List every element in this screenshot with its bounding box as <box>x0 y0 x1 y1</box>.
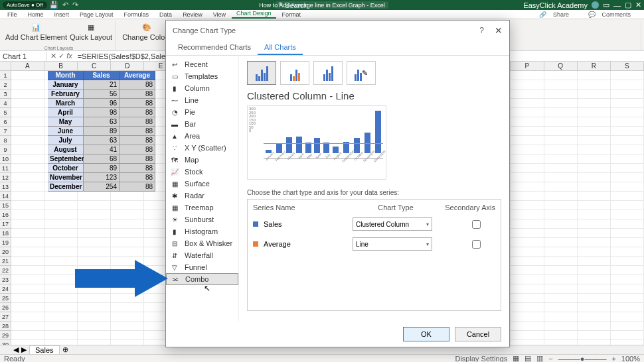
row-header[interactable]: 4 <box>0 99 11 108</box>
ok-button[interactable]: OK <box>403 327 449 341</box>
cat-pie[interactable]: ◔Pie <box>166 106 238 118</box>
subtype-custom[interactable]: ✎ <box>347 61 376 85</box>
redo-icon[interactable]: ↷ <box>72 1 78 9</box>
maximize-icon[interactable]: ▢ <box>625 1 631 9</box>
row-header[interactable]: 28 <box>0 322 11 331</box>
tab-page-layout[interactable]: Page Layout <box>75 11 118 19</box>
add-sheet-icon[interactable]: ⊕ <box>62 345 68 354</box>
average-secondary-axis-checkbox[interactable] <box>472 240 481 249</box>
table-row[interactable]: March9688 <box>48 99 155 108</box>
col-header-A[interactable]: A <box>11 62 44 70</box>
col-header-Q[interactable]: Q <box>544 62 578 70</box>
tab-chart-design[interactable]: Chart Design <box>232 9 276 19</box>
tab-review[interactable]: Review <box>178 11 207 19</box>
row-header[interactable]: 14 <box>0 192 11 201</box>
tab-home[interactable]: Home <box>23 11 48 19</box>
subtype-2[interactable] <box>280 61 309 85</box>
row-header[interactable]: 9 <box>0 145 11 154</box>
view-layout-icon[interactable]: ▤ <box>524 354 531 362</box>
tab-formulas[interactable]: Formulas <box>120 11 154 19</box>
tab-format[interactable]: Format <box>278 11 306 19</box>
row-header[interactable]: 13 <box>0 182 11 192</box>
table-row[interactable]: December25488 <box>48 182 155 192</box>
autosave-toggle[interactable]: AutoSave ● Off <box>3 1 47 9</box>
cat-bar[interactable]: ▬Bar <box>166 118 238 130</box>
table-row[interactable]: April9888 <box>48 108 155 117</box>
minimize-icon[interactable]: — <box>613 1 621 9</box>
share-button[interactable]: 🔗 Share <box>534 11 578 19</box>
display-settings[interactable]: Display Settings <box>455 355 507 363</box>
row-header[interactable]: 12 <box>0 173 11 182</box>
sales-chart-type-select[interactable]: Clustered Column <box>353 217 432 231</box>
view-break-icon[interactable]: ▥ <box>536 354 543 362</box>
row-header[interactable]: 8 <box>0 136 11 145</box>
cat-column[interactable]: ▮Column <box>166 82 238 94</box>
row-header[interactable]: 19 <box>0 238 11 247</box>
save-icon[interactable]: 💾 <box>49 1 58 9</box>
zoom-out-icon[interactable]: − <box>548 355 552 363</box>
col-header-R[interactable]: R <box>578 62 611 70</box>
tab-data[interactable]: Data <box>155 11 177 19</box>
cat-box-whisker[interactable]: ⊟Box & Whisker <box>166 237 238 249</box>
row-header[interactable]: 6 <box>0 117 11 127</box>
tab-recommended-charts[interactable]: Recommended Charts <box>171 40 258 55</box>
table-row[interactable]: February5688 <box>48 90 155 99</box>
sheet-tab-sales[interactable]: Sales <box>29 345 60 354</box>
quick-layout-button[interactable]: ▦Quick Layout <box>70 21 112 41</box>
change-colors-button[interactable]: 🎨Change Colors <box>122 21 171 41</box>
table-row[interactable]: June8988 <box>48 127 155 136</box>
fx-icon[interactable]: ✕ ✓ fx <box>46 52 76 60</box>
cat-x-y-scatter-[interactable]: ∵X Y (Scatter) <box>166 142 238 154</box>
row-header[interactable]: 16 <box>0 210 11 219</box>
tab-view[interactable]: View <box>208 11 230 19</box>
add-chart-element-button[interactable]: 📊Add Chart Element <box>5 21 67 41</box>
row-header[interactable]: 23 <box>0 275 11 284</box>
table-row[interactable]: July6388 <box>48 136 155 145</box>
row-header[interactable]: 20 <box>0 247 11 257</box>
row-header[interactable]: 27 <box>0 312 11 322</box>
zoom-in-icon[interactable]: + <box>611 355 615 363</box>
row-header[interactable]: 26 <box>0 303 11 312</box>
subtype-3[interactable] <box>313 61 343 85</box>
row-header[interactable]: 2 <box>0 80 11 90</box>
row-header[interactable]: 22 <box>0 266 11 275</box>
row-header[interactable]: 11 <box>0 164 11 173</box>
row-header[interactable]: 18 <box>0 229 11 238</box>
table-row[interactable]: October8988 <box>48 164 155 173</box>
row-header[interactable]: 10 <box>0 154 11 164</box>
cat-stock[interactable]: 📈Stock <box>166 166 238 178</box>
select-all-corner[interactable] <box>0 62 11 70</box>
tab-file[interactable]: File <box>3 11 22 19</box>
row-header[interactable]: 25 <box>0 294 11 303</box>
cat-surface[interactable]: ▦Surface <box>166 178 238 190</box>
cat-area[interactable]: ▲Area <box>166 130 238 142</box>
cat-sunburst[interactable]: ☀Sunburst <box>166 213 238 225</box>
subtype-clustered-column-line[interactable] <box>247 61 276 85</box>
row-header[interactable]: 21 <box>0 257 11 266</box>
sheet-nav-prev-icon[interactable]: ◀ <box>13 345 19 354</box>
row-header[interactable]: 5 <box>0 108 11 117</box>
average-chart-type-select[interactable]: Line <box>353 237 432 251</box>
cat-funnel[interactable]: ▽Funnel <box>166 261 238 273</box>
cancel-button[interactable]: Cancel <box>455 327 501 341</box>
table-row[interactable]: May6388 <box>48 117 155 127</box>
cat-templates[interactable]: ▭Templates <box>166 70 238 82</box>
cat-map[interactable]: 🗺Map <box>166 154 238 166</box>
close-dialog-icon[interactable]: ✕ <box>495 25 503 36</box>
comments-button[interactable]: 💬 Comments <box>584 11 640 19</box>
cat-combo[interactable]: ⫘Combo <box>166 273 238 285</box>
cat-radar[interactable]: ✱Radar <box>166 190 238 202</box>
row-header[interactable]: 7 <box>0 127 11 136</box>
help-icon[interactable]: ? <box>479 26 484 35</box>
col-header-D[interactable]: D <box>111 62 144 70</box>
row-header[interactable]: 17 <box>0 219 11 229</box>
tab-insert[interactable]: Insert <box>50 11 74 19</box>
row-header[interactable]: 1 <box>0 71 11 80</box>
cat-waterfall[interactable]: ⇵Waterfall <box>166 249 238 261</box>
cat-recent[interactable]: ↩Recent <box>166 58 238 70</box>
undo-icon[interactable]: ↶ <box>62 1 68 9</box>
avatar[interactable] <box>592 1 599 9</box>
table-row[interactable]: August4188 <box>48 145 155 154</box>
table-row[interactable]: September6888 <box>48 154 155 164</box>
cat-histogram[interactable]: ▮Histogram <box>166 225 238 237</box>
